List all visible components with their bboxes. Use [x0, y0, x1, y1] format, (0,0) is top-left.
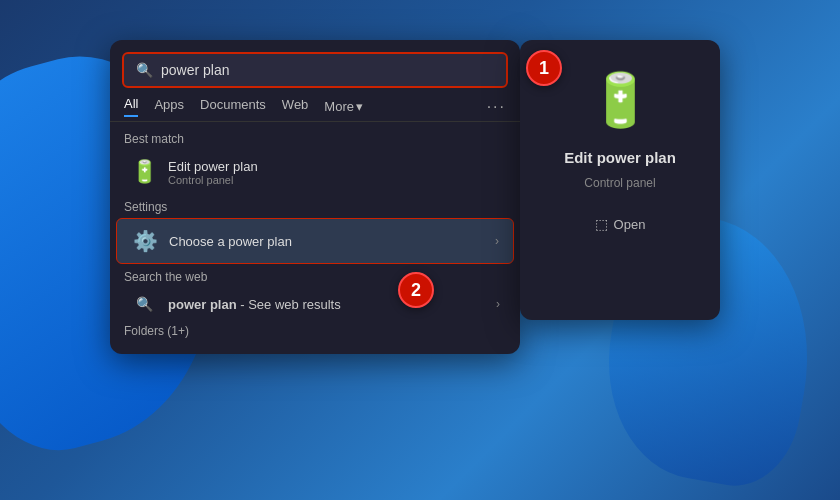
web-result-normal: - See web results	[237, 297, 341, 312]
settings-label: Settings	[110, 194, 520, 218]
tab-web[interactable]: Web	[282, 97, 309, 116]
settings-item[interactable]: ⚙️ Choose a power plan ›	[116, 218, 514, 264]
search-panel: 🔍 power plan All Apps Documents Web More…	[110, 40, 520, 354]
web-result-item[interactable]: 🔍 power plan - See web results ›	[116, 288, 514, 320]
detail-app-icon: 🔋	[588, 70, 653, 131]
tab-overflow-dots[interactable]: ···	[487, 98, 506, 116]
web-arrow-icon: ›	[496, 297, 500, 311]
best-match-item[interactable]: 🔋 Edit power plan Control panel	[116, 150, 514, 194]
tab-all[interactable]: All	[124, 96, 138, 117]
best-match-icon: 🔋	[130, 158, 158, 186]
annotation-badge-1: 1	[526, 50, 562, 86]
search-tabs: All Apps Documents Web More ▾ ···	[110, 88, 520, 122]
tab-more[interactable]: More ▾	[324, 99, 363, 114]
best-match-text: Edit power plan Control panel	[168, 159, 500, 186]
search-input[interactable]: power plan	[161, 62, 494, 78]
tab-documents[interactable]: Documents	[200, 97, 266, 116]
open-icon: ⬚	[595, 216, 608, 232]
open-label: Open	[614, 217, 646, 232]
detail-subtitle: Control panel	[584, 176, 655, 190]
search-box[interactable]: 🔍 power plan	[122, 52, 508, 88]
search-box-wrapper: 🔍 power plan	[110, 40, 520, 88]
open-button[interactable]: ⬚ Open	[595, 216, 646, 232]
best-match-subtitle: Control panel	[168, 174, 500, 186]
search-icon: 🔍	[136, 62, 153, 78]
best-match-title: Edit power plan	[168, 159, 500, 174]
web-search-label: Search the web	[110, 264, 520, 288]
web-search-icon: 🔍	[130, 296, 158, 312]
best-match-label: Best match	[110, 126, 520, 150]
settings-item-title: Choose a power plan	[169, 234, 485, 249]
settings-item-text: Choose a power plan	[169, 234, 485, 249]
web-result-text: power plan - See web results	[168, 297, 341, 312]
settings-icon: ⚙️	[131, 227, 159, 255]
folders-label: Folders (1+)	[110, 320, 520, 342]
web-result-bold: power plan	[168, 297, 237, 312]
tab-apps[interactable]: Apps	[154, 97, 184, 116]
detail-title: Edit power plan	[564, 149, 676, 166]
settings-arrow-icon: ›	[495, 234, 499, 248]
annotation-badge-2: 2	[398, 272, 434, 308]
